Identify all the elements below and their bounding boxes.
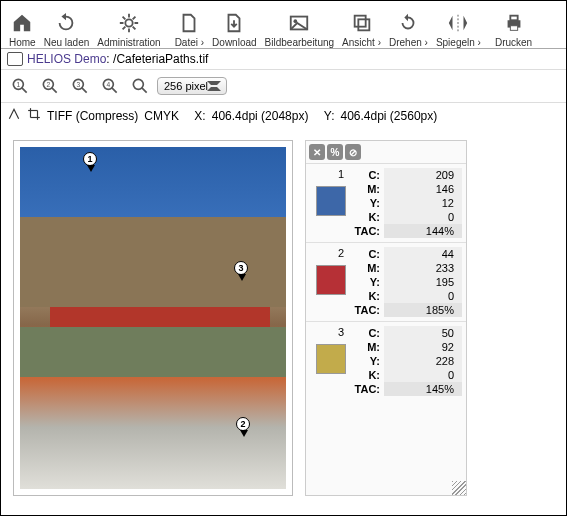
zoom-3-button[interactable]: 3: [67, 74, 93, 98]
layers-icon: [350, 11, 374, 35]
toolbar-file-button[interactable]: Datei ›: [171, 5, 208, 48]
toolbar-label: Ansicht ›: [342, 37, 381, 48]
toolbar-label: Drucken: [495, 37, 532, 48]
tac-value: 144%: [384, 224, 462, 238]
toolbar-reload-button[interactable]: Neu laden: [40, 5, 94, 48]
m-value: 146: [384, 182, 462, 196]
color-sample-panel: ✕ % ⊘ 1C:209M:146Y:12K:0TAC:144%2C:44M:2…: [305, 140, 467, 496]
svg-point-0: [125, 19, 132, 26]
svg-line-16: [82, 88, 87, 93]
home-icon: [10, 11, 34, 35]
image-info-bar: TIFF (Compress) CMYK X: 406.4dpi (2048px…: [1, 103, 566, 128]
path-root[interactable]: HELIOS Demo: [27, 52, 106, 66]
y-value: 406.4dpi (2560px): [340, 109, 437, 123]
tac-value: 185%: [384, 303, 462, 317]
toolbar-label: Spiegeln ›: [436, 37, 481, 48]
toolbar-label: Drehen ›: [389, 37, 428, 48]
m-value: 92: [384, 340, 462, 354]
toolbar-label: Home: [9, 37, 36, 48]
print-icon: [502, 11, 526, 35]
resize-handle[interactable]: [452, 481, 466, 495]
entry-index: 2: [338, 247, 346, 259]
color-marker-3[interactable]: 3: [234, 261, 250, 283]
zoom-2-button[interactable]: 2: [37, 74, 63, 98]
color-swatch: [316, 344, 346, 374]
m-value: 233: [384, 261, 462, 275]
svg-text:1: 1: [16, 81, 20, 88]
svg-rect-7: [510, 16, 517, 21]
k-value: 0: [384, 368, 462, 382]
k-value: 0: [384, 210, 462, 224]
toolbar-flip-button[interactable]: Spiegeln ›: [432, 5, 485, 48]
file-icon: [177, 11, 201, 35]
close-icon[interactable]: ✕: [309, 144, 325, 160]
svg-rect-8: [510, 26, 517, 31]
path-file: CafeteriaPaths.tif: [116, 52, 208, 66]
format-label: TIFF (Compress): [47, 109, 138, 123]
svg-text:4: 4: [106, 81, 110, 88]
toolbar-print-button[interactable]: Drucken: [491, 5, 536, 48]
svg-rect-3: [354, 16, 365, 27]
x-value: 406.4dpi (2048px): [212, 109, 309, 123]
panel-header: ✕ % ⊘: [306, 141, 466, 164]
color-marker-2[interactable]: 2: [236, 417, 252, 439]
rotate-icon: [396, 11, 420, 35]
toolbar-label: Administration: [97, 37, 160, 48]
percent-icon[interactable]: %: [327, 144, 343, 160]
main-area: 123 ✕ % ⊘ 1C:209M:146Y:12K:0TAC:144%2C:4…: [1, 128, 566, 508]
toolbar-label: Datei ›: [175, 37, 204, 48]
toolbar-download-button[interactable]: Download: [208, 5, 260, 48]
zoom-select[interactable]: 256 pixel: [157, 77, 227, 95]
entry-index: 3: [338, 326, 346, 338]
y-value: 195: [384, 275, 462, 289]
color-swatch: [316, 186, 346, 216]
c-value: 209: [384, 168, 462, 182]
toolbar-edit-button[interactable]: Bildbearbeitung: [261, 5, 339, 48]
color-entry-2: 2C:44M:233Y:195K:0TAC:185%: [306, 242, 466, 321]
breadcrumb: HELIOS Demo : / CafeteriaPaths.tif: [1, 49, 566, 70]
svg-line-13: [52, 88, 57, 93]
svg-text:2: 2: [46, 81, 50, 88]
flip-icon: [446, 11, 470, 35]
toolbar-home-button[interactable]: Home: [5, 5, 40, 48]
toolbar-label: Download: [212, 37, 256, 48]
k-value: 0: [384, 289, 462, 303]
zoom-toolbar: 1 2 3 4 256 pixel: [1, 70, 566, 103]
entry-index: 1: [338, 168, 346, 180]
path-sep: : /: [106, 52, 116, 66]
y-value: 12: [384, 196, 462, 210]
svg-line-22: [142, 88, 147, 93]
svg-line-19: [112, 88, 117, 93]
color-entry-1: 1C:209M:146Y:12K:0TAC:144%: [306, 164, 466, 242]
color-entry-3: 3C:50M:92Y:228K:0TAC:145%: [306, 321, 466, 400]
y-label: Y:: [324, 109, 335, 123]
zoom-1-button[interactable]: 1: [7, 74, 33, 98]
preview-image: 123: [20, 147, 286, 489]
toolbar-label: Neu laden: [44, 37, 90, 48]
toolbar-view-button[interactable]: Ansicht ›: [338, 5, 385, 48]
colorspace-label: CMYK: [144, 109, 179, 123]
svg-text:3: 3: [76, 81, 80, 88]
disable-icon[interactable]: ⊘: [345, 144, 361, 160]
image-preview[interactable]: 123: [13, 140, 293, 496]
gear-icon: [117, 11, 141, 35]
toolbar-rotate-button[interactable]: Drehen ›: [385, 5, 432, 48]
x-label: X:: [194, 109, 205, 123]
picture-icon: [287, 11, 311, 35]
download-icon: [222, 11, 246, 35]
tac-value: 145%: [384, 382, 462, 396]
toolbar-admin-button[interactable]: Administration: [93, 5, 164, 48]
svg-line-10: [22, 88, 27, 93]
c-value: 44: [384, 247, 462, 261]
path-tool-icon: [7, 107, 21, 124]
svg-rect-4: [358, 19, 369, 30]
zoom-4-button[interactable]: 4: [97, 74, 123, 98]
reload-icon: [54, 11, 78, 35]
color-marker-1[interactable]: 1: [83, 152, 99, 174]
color-swatch: [316, 265, 346, 295]
y-value: 228: [384, 354, 462, 368]
c-value: 50: [384, 326, 462, 340]
file-icon: [7, 52, 23, 66]
zoom-tool-button[interactable]: [127, 74, 153, 98]
panel-entries: 1C:209M:146Y:12K:0TAC:144%2C:44M:233Y:19…: [306, 164, 466, 400]
